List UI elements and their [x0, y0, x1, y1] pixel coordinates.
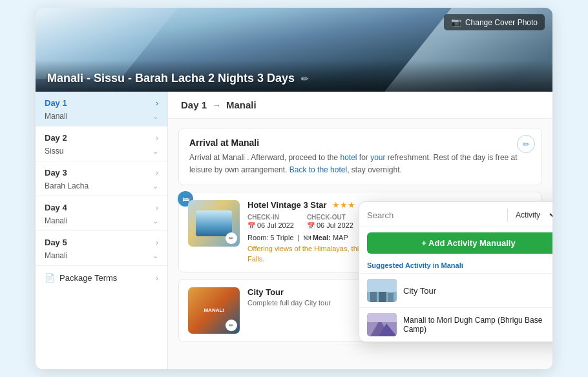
sidebar-day5-chevron: ›: [156, 238, 158, 247]
sidebar-item-day5[interactable]: Day 5 › Manali ⌄: [36, 231, 167, 266]
sidebar-day1-header[interactable]: Day 1 ›: [36, 92, 167, 110]
sidebar-day3-chevron: ›: [156, 168, 158, 178]
hotel-img-section: 🛏 ✏: [188, 200, 240, 247]
sidebar-day1-city-row: Manali ⌄: [36, 110, 167, 126]
sidebar-day1-chevron: ›: [156, 99, 158, 108]
sidebar-day1-city: Manali: [45, 112, 67, 121]
arrow-right-icon: →: [212, 100, 221, 110]
checkout-calendar-icon: 📅: [307, 222, 315, 229]
sidebar-day3-city-arrow: ⌄: [152, 182, 158, 190]
sidebar-day5-city-arrow: ⌄: [152, 252, 158, 260]
change-cover-button[interactable]: 📷 Change Cover Photo: [444, 14, 545, 30]
main-card: 📷 Change Cover Photo Manali - Sissu - Ba…: [36, 8, 552, 369]
mori-dugh-img-svg: [367, 313, 397, 336]
package-terms-chevron: ›: [156, 274, 158, 283]
sidebar-day3-city-row: Barah Lacha ⌄: [36, 180, 167, 196]
activity-img-section: MANALI ✏: [188, 287, 240, 334]
day-heading: Day 1 → Manali: [168, 92, 552, 119]
activity-image: MANALI ✏: [188, 287, 240, 334]
room-info: Room: 5 Triple: [247, 234, 294, 241]
add-activity-label: + Add Activity Manually: [421, 238, 515, 248]
suggested-label: Suggested Activity in Manali: [359, 259, 552, 273]
sidebar-day4-city: Manali: [45, 216, 67, 225]
sidebar-day4-city-arrow: ⌄: [152, 217, 158, 225]
meal-label: 🍽 Meal: MAP: [304, 234, 348, 241]
sidebar-day1-label: Day 1: [45, 98, 67, 108]
sidebar-day5-city: Manali: [45, 251, 67, 260]
sidebar-day4-label: Day 4: [45, 203, 67, 212]
sidebar-day5-city-row: Manali ⌄: [36, 250, 167, 265]
sidebar-day4-chevron: ›: [156, 203, 158, 212]
package-terms-icon: 📄: [45, 273, 55, 283]
dropdown-search-row: Activity Hotel Transfer ▼: [359, 202, 552, 227]
package-terms-row[interactable]: 📄 Package Terms ›: [36, 266, 167, 290]
arrival-card: Arrival at Manali Arrival at Manali . Af…: [178, 128, 542, 185]
activity-img-text: MANALI: [204, 307, 224, 313]
sidebar-day3-label: Day 3: [45, 168, 67, 178]
activity-dropdown: Activity Hotel Transfer ▼ + Add Activity…: [359, 201, 552, 342]
sidebar-day2-city-arrow: ⌄: [152, 147, 158, 156]
arrival-title: Arrival at Manali: [189, 138, 531, 148]
svg-rect-8: [367, 313, 397, 322]
back-link[interactable]: Back to the hotel: [289, 165, 347, 174]
city-tour-thumbnail: [367, 279, 397, 302]
add-activity-manually-button[interactable]: + Add Activity Manually: [367, 232, 552, 254]
city-tour-name: City Tour: [403, 286, 547, 296]
svg-rect-1: [370, 292, 377, 302]
hotel-checkout-val: 📅 06 Jul 2022: [307, 221, 353, 229]
city-tour-img-svg: [367, 279, 397, 302]
hotel-checkout-col: Check-out 📅 06 Jul 2022: [307, 214, 353, 230]
hero-section: 📷 Change Cover Photo Manali - Sissu - Ba…: [36, 8, 552, 92]
arrival-desc: Arrival at Manali . Afterward, proceed t…: [189, 152, 531, 176]
sidebar: Day 1 › Manali ⌄ Day 2 › Sissu ⌄: [36, 92, 168, 369]
sidebar-day3-header[interactable]: Day 3 ›: [36, 161, 167, 180]
camera-icon: 📷: [451, 17, 461, 27]
sidebar-item-day1[interactable]: Day 1 › Manali ⌄: [36, 92, 167, 127]
dropdown-item-city-tour[interactable]: City Tour +: [359, 273, 552, 307]
sidebar-item-day2[interactable]: Day 2 › Sissu ⌄: [36, 127, 167, 161]
sidebar-day1-city-arrow: ⌄: [152, 112, 158, 121]
arrival-edit-button[interactable]: ✏: [517, 135, 535, 153]
title-edit-icon[interactable]: ✏: [301, 74, 309, 84]
hotel-image: ✏: [188, 200, 240, 247]
svg-rect-3: [388, 293, 394, 302]
hotel-stars: ★★★: [332, 200, 355, 210]
sidebar-day4-header[interactable]: Day 4 ›: [36, 196, 167, 215]
day-number: Day 1: [181, 99, 207, 110]
sidebar-day3-city: Barah Lacha: [45, 181, 89, 190]
hotel-link[interactable]: hotel: [340, 153, 357, 162]
main-panel: Day 1 → Manali Arrival at Manali Arrival…: [168, 92, 552, 369]
hotel-checkout-label: Check-out: [307, 214, 353, 221]
hero-title-bar: Manali - Sissu - Barah Lacha 2 Nights 3 …: [36, 60, 552, 92]
search-divider: [507, 209, 508, 221]
dropdown-item-mori-dugh[interactable]: Manali to Mori Dugh Camp (Bhrigu Base Ca…: [359, 307, 552, 341]
svg-rect-4: [367, 279, 397, 292]
hotel-checkin-val: 📅 06 Jul 2022: [247, 221, 294, 229]
sidebar-day2-label: Day 2: [45, 133, 67, 143]
your-link[interactable]: your: [370, 153, 385, 162]
checkin-calendar-icon: 📅: [247, 222, 255, 229]
hotel-checkin-label: Check-in: [247, 214, 294, 221]
package-terms-label: 📄 Package Terms: [45, 273, 117, 283]
sidebar-day2-city-row: Sissu ⌄: [36, 145, 167, 161]
sidebar-day2-chevron: ›: [156, 134, 158, 143]
trip-title: Manali - Sissu - Barah Lacha 2 Nights 3 …: [47, 72, 295, 85]
sidebar-item-day4[interactable]: Day 4 › Manali ⌄: [36, 196, 167, 231]
sidebar-day2-header[interactable]: Day 2 ›: [36, 127, 167, 145]
activity-img-edit-button[interactable]: ✏: [226, 320, 237, 331]
hotel-img-boat: [196, 210, 232, 236]
hotel-name: Hotel Vintage 3 Star: [247, 200, 327, 210]
change-cover-label: Change Cover Photo: [465, 18, 538, 27]
search-input[interactable]: [367, 210, 502, 220]
content-area: Day 1 › Manali ⌄ Day 2 › Sissu ⌄: [36, 92, 552, 369]
day-destination: Manali: [226, 99, 257, 110]
sidebar-day5-header[interactable]: Day 5 ›: [36, 231, 167, 250]
sidebar-item-day3[interactable]: Day 3 › Barah Lacha ⌄: [36, 161, 167, 196]
mori-dugh-thumbnail: [367, 313, 397, 336]
hotel-checkin-col: Check-in 📅 06 Jul 2022: [247, 214, 294, 230]
sidebar-day5-label: Day 5: [45, 238, 67, 247]
sidebar-day2-city: Sissu: [45, 147, 63, 156]
sidebar-day4-city-row: Manali ⌄: [36, 215, 167, 230]
activity-type-select[interactable]: Activity Hotel Transfer: [513, 210, 552, 220]
mori-dugh-name: Manali to Mori Dugh Camp (Bhrigu Base Ca…: [403, 316, 547, 334]
